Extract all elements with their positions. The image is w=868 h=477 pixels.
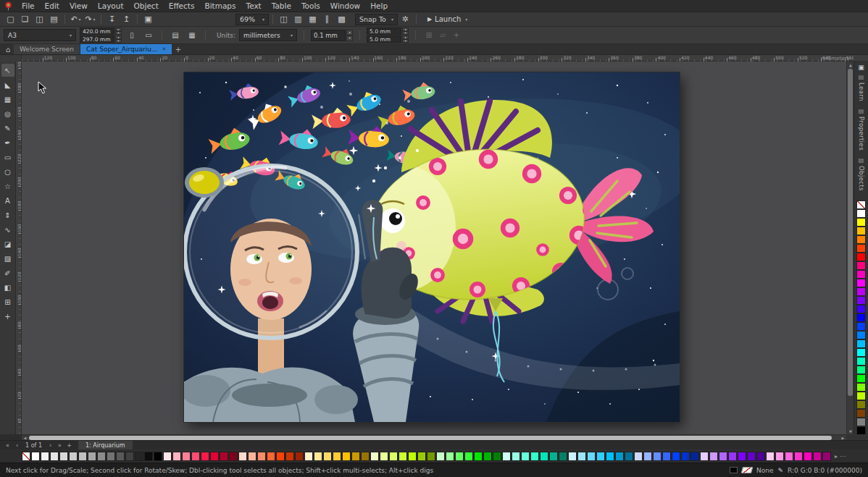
show-guidelines-button[interactable]: ∥ <box>320 13 334 25</box>
color-swatch[interactable] <box>31 452 40 461</box>
color-swatch[interactable] <box>775 452 784 461</box>
color-swatch[interactable] <box>408 452 417 461</box>
color-swatch[interactable] <box>856 261 866 270</box>
color-swatch[interactable] <box>568 452 577 461</box>
color-swatch[interactable] <box>856 339 866 348</box>
drop-shadow-tool[interactable]: ◪ <box>1 237 14 250</box>
color-swatch[interactable] <box>559 452 567 461</box>
color-swatch[interactable] <box>248 452 256 461</box>
color-swatch[interactable] <box>856 331 866 339</box>
color-swatch[interactable] <box>728 452 737 461</box>
document-tab-1[interactable]: Welcome Screen <box>14 44 80 54</box>
color-swatch[interactable] <box>389 452 398 461</box>
redo-button[interactable]: ↷▾ <box>83 13 97 25</box>
color-swatch[interactable] <box>856 374 866 383</box>
color-swatch[interactable] <box>856 279 866 287</box>
menu-edit[interactable]: Edit <box>40 0 64 12</box>
canvas[interactable] <box>22 62 846 434</box>
crop-tool[interactable]: ▦ <box>1 93 14 106</box>
menu-bitmaps[interactable]: Bitmaps <box>199 0 241 12</box>
document-color-chip[interactable] <box>730 467 738 473</box>
open-button[interactable]: ❏ <box>18 13 32 25</box>
color-swatch[interactable] <box>856 296 866 305</box>
color-swatch[interactable] <box>856 426 866 434</box>
color-swatch[interactable] <box>154 452 162 461</box>
next-page-button[interactable]: › <box>46 442 54 449</box>
no-color-swatch[interactable] <box>22 452 30 461</box>
color-swatch[interactable] <box>738 452 746 461</box>
export-button[interactable]: ↥ <box>120 13 133 25</box>
color-swatch[interactable] <box>856 409 866 418</box>
polygon-tool[interactable]: ☆ <box>1 180 14 193</box>
color-swatch[interactable] <box>69 452 78 461</box>
mesh-fill-tool[interactable]: ⊞ <box>1 295 14 308</box>
propbar-extra-3[interactable]: + <box>450 29 463 41</box>
pick-tool[interactable]: ↖ <box>1 64 14 77</box>
color-swatch[interactable] <box>856 322 866 331</box>
color-swatch[interactable] <box>59 452 68 461</box>
color-swatch[interactable] <box>41 452 49 461</box>
landscape-orientation-button[interactable]: ▭ <box>142 29 155 41</box>
propbar-extra-2[interactable]: ▱ <box>436 29 449 41</box>
show-grid-button[interactable]: ▦ <box>306 13 320 25</box>
color-swatch[interactable] <box>709 452 718 461</box>
save-button[interactable]: ◫ <box>33 13 46 25</box>
undo-button[interactable]: ↶▾ <box>69 13 83 25</box>
color-swatch[interactable] <box>653 452 662 461</box>
color-eyedropper-tool[interactable]: ✐ <box>1 266 14 279</box>
menu-effects[interactable]: Effects <box>164 0 200 12</box>
color-swatch[interactable] <box>856 383 866 392</box>
color-swatch[interactable] <box>587 452 596 461</box>
ruler-origin-corner[interactable] <box>0 55 22 62</box>
color-swatch[interactable] <box>436 452 445 461</box>
color-swatch[interactable] <box>856 418 866 426</box>
color-swatch[interactable] <box>512 452 520 461</box>
color-swatch[interactable] <box>333 452 341 461</box>
menu-text[interactable]: Text <box>241 0 267 12</box>
color-swatch[interactable] <box>210 452 219 461</box>
color-swatch[interactable] <box>577 452 586 461</box>
color-swatch[interactable] <box>625 452 633 461</box>
color-swatch[interactable] <box>257 452 266 461</box>
color-swatch[interactable] <box>700 452 709 461</box>
text-tool[interactable]: A <box>1 194 14 207</box>
color-swatch[interactable] <box>323 452 332 461</box>
color-swatch[interactable] <box>163 452 172 461</box>
docker-tab-learn[interactable]: ▤Learn <box>858 74 865 101</box>
color-swatch[interactable] <box>856 270 866 279</box>
vertical-scrollbar-thumb[interactable] <box>848 69 853 396</box>
color-swatch[interactable] <box>615 452 624 461</box>
preview-mode-button[interactable]: ▩ <box>335 13 349 25</box>
color-swatch[interactable] <box>856 400 866 409</box>
color-swatch[interactable] <box>238 452 247 461</box>
menu-file[interactable]: File <box>17 0 40 12</box>
spin-down-icon[interactable]: ▾ <box>115 31 122 35</box>
color-swatch[interactable] <box>398 452 407 461</box>
color-swatch[interactable] <box>370 452 379 461</box>
color-swatch[interactable] <box>856 235 866 244</box>
color-swatch[interactable] <box>417 452 426 461</box>
launch-dropdown[interactable]: ▶ Launch ▾ <box>427 15 467 23</box>
color-swatch[interactable] <box>813 452 822 461</box>
color-swatch[interactable] <box>856 218 866 227</box>
drawing-page[interactable] <box>184 72 680 422</box>
color-swatch[interactable] <box>380 452 388 461</box>
spin-down-icon[interactable]: ▾ <box>346 35 353 41</box>
portrait-orientation-button[interactable]: ▯ <box>125 29 138 41</box>
color-swatch[interactable] <box>474 452 483 461</box>
color-swatch[interactable] <box>662 452 671 461</box>
color-swatch[interactable] <box>521 452 530 461</box>
color-swatch[interactable] <box>455 452 464 461</box>
color-swatch[interactable] <box>756 452 765 461</box>
color-swatch[interactable] <box>856 209 866 218</box>
color-swatch[interactable] <box>856 357 866 366</box>
add-page-button[interactable]: + <box>65 442 73 449</box>
color-swatch[interactable] <box>681 452 690 461</box>
scroll-up-icon[interactable]: ▲ <box>847 62 854 68</box>
last-page-button[interactable]: » <box>56 442 64 449</box>
color-swatch[interactable] <box>191 452 200 461</box>
color-swatch[interactable] <box>672 452 680 461</box>
color-swatch[interactable] <box>549 452 558 461</box>
color-swatch[interactable] <box>97 452 106 461</box>
options-button[interactable]: ✲ <box>398 13 412 25</box>
